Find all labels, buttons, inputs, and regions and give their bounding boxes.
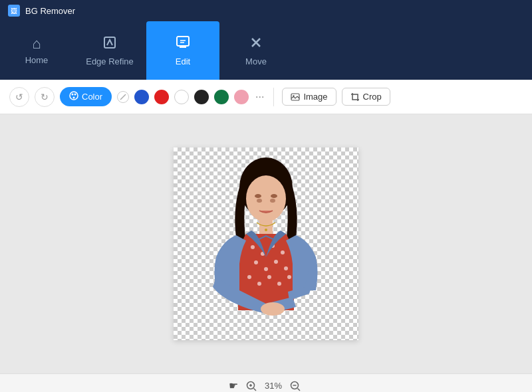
navbar: ⌂ Home Edge Refine Edit Move	[0, 21, 532, 80]
svg-point-26	[265, 229, 267, 231]
nav-move-label: Move	[245, 56, 267, 66]
app-icon: 🖼	[8, 5, 20, 17]
svg-point-18	[274, 260, 278, 264]
svg-line-37	[298, 388, 301, 391]
swatch-green[interactable]	[214, 90, 229, 104]
image-label: Image	[303, 92, 327, 102]
svg-point-23	[277, 282, 281, 286]
swatch-red[interactable]	[154, 90, 169, 104]
nav-edit[interactable]: Edit	[146, 21, 219, 80]
svg-point-21	[257, 282, 261, 286]
svg-point-4	[74, 94, 76, 96]
svg-point-28	[271, 194, 277, 198]
swatch-pink[interactable]	[234, 90, 249, 104]
svg-point-10	[246, 175, 286, 222]
nav-home-label: Home	[25, 55, 49, 65]
no-color-button[interactable]	[117, 91, 129, 103]
app-title: BG Remover	[25, 6, 75, 16]
svg-point-3	[72, 94, 74, 96]
svg-line-6	[120, 94, 126, 100]
color-palette-icon	[69, 91, 78, 102]
undo-icon: ↺	[15, 92, 23, 102]
nav-edit-label: Edit	[176, 56, 190, 66]
canvas-area	[0, 114, 532, 373]
svg-rect-11	[259, 221, 273, 235]
nav-edge-refine-label: Edge Refine	[86, 56, 134, 66]
zoom-in-icon	[245, 380, 257, 392]
zoom-out-icon	[289, 380, 301, 392]
swatch-white[interactable]	[174, 90, 189, 104]
svg-point-29	[257, 199, 262, 203]
pan-icon[interactable]: ☛	[229, 379, 238, 392]
svg-point-15	[281, 250, 285, 254]
svg-point-27	[255, 194, 261, 198]
more-colors-button[interactable]: ···	[254, 91, 265, 103]
toolbar-divider	[273, 88, 274, 106]
svg-rect-1	[177, 37, 189, 46]
app-header: 🖼 BG Remover	[0, 0, 532, 21]
crop-label: Crop	[363, 92, 382, 102]
svg-point-25	[261, 302, 285, 316]
image-icon	[291, 92, 300, 102]
svg-point-17	[264, 267, 268, 271]
svg-point-19	[284, 266, 288, 270]
redo-button[interactable]: ↻	[35, 87, 55, 107]
status-bar: ☛ 31%	[0, 373, 532, 392]
zoom-out-button[interactable]	[287, 378, 303, 393]
redo-icon: ↻	[41, 92, 49, 102]
color-button[interactable]: Color	[60, 87, 112, 106]
svg-point-22	[267, 275, 271, 279]
svg-point-20	[247, 275, 251, 279]
svg-point-24	[287, 275, 291, 279]
move-icon	[249, 35, 263, 52]
svg-point-12	[251, 245, 255, 249]
toolbar: ↺ ↻ Color ··· Image	[0, 80, 532, 114]
svg-point-16	[254, 260, 258, 264]
zoom-in-button[interactable]	[243, 378, 259, 393]
person-image	[174, 147, 358, 340]
nav-home[interactable]: ⌂ Home	[0, 21, 73, 80]
color-label: Color	[82, 92, 102, 102]
undo-button[interactable]: ↺	[9, 87, 29, 107]
home-icon: ⌂	[32, 37, 41, 51]
image-container	[174, 147, 358, 340]
zoom-percent: 31%	[265, 381, 282, 391]
svg-line-34	[253, 388, 256, 391]
svg-point-5	[73, 97, 75, 99]
nav-move[interactable]: Move	[219, 21, 293, 80]
nav-edge-refine[interactable]: Edge Refine	[73, 21, 146, 80]
zoom-control: ☛ 31%	[229, 378, 303, 393]
edit-icon	[176, 35, 190, 52]
svg-point-30	[270, 199, 275, 203]
swatch-black[interactable]	[194, 90, 209, 104]
edge-refine-icon	[102, 35, 117, 52]
swatch-blue[interactable]	[134, 90, 149, 104]
crop-button[interactable]: Crop	[342, 88, 390, 106]
crop-icon	[350, 92, 360, 102]
image-button[interactable]: Image	[282, 88, 336, 106]
